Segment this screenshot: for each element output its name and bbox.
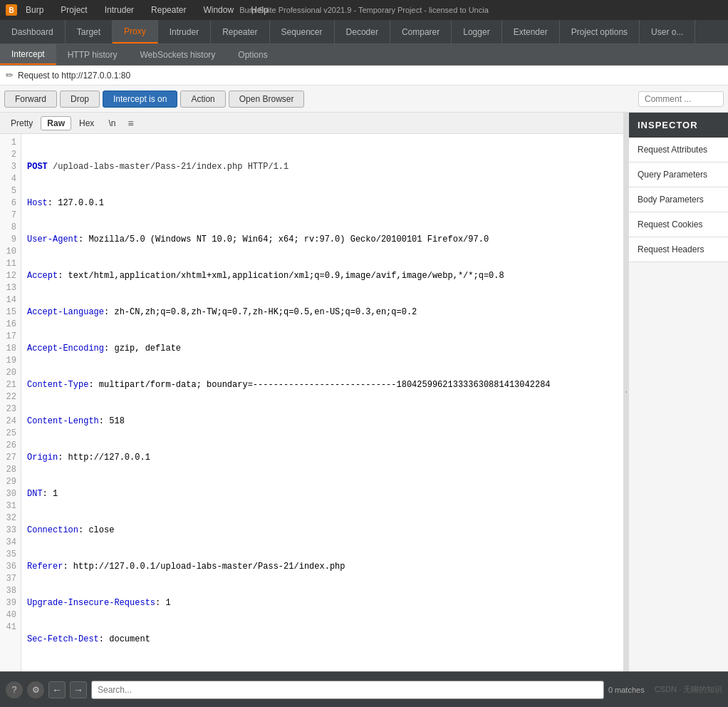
menu-intruder[interactable]: Intruder [102, 4, 137, 16]
toolbar: Forward Drop Intercept is on Action Open… [0, 86, 728, 113]
menu-window[interactable]: Window [200, 4, 236, 16]
title-bar: B Burp Project Intruder Repeater Window … [0, 0, 728, 20]
comment-input[interactable] [638, 91, 724, 107]
code-line-14: Sec-Fetch-Dest: document [27, 634, 618, 646]
format-pretty[interactable]: Pretty [4, 116, 39, 130]
format-more-icon[interactable]: ≡ [123, 116, 137, 130]
tab-repeater[interactable]: Repeater [211, 20, 269, 43]
main-tabs: Dashboard Target Proxy Intruder Repeater… [0, 20, 728, 44]
code-line-5: Accept-Language: zh-CN,zh;q=0.8,zh-TW;q=… [27, 306, 618, 319]
code-line-2: Host: 127.0.0.1 [27, 197, 618, 210]
code-line-13: Upgrade-Insecure-Requests: 1 [27, 597, 618, 609]
code-line-6: Accept-Encoding: gzip, deflate [27, 343, 618, 355]
inspector-panel: INSPECTOR Request Attributes Query Param… [628, 113, 728, 671]
pencil-icon: ✏ [6, 70, 14, 81]
search-input[interactable] [91, 681, 604, 699]
tab-sequencer[interactable]: Sequencer [270, 20, 335, 43]
drop-button[interactable]: Drop [60, 91, 100, 108]
window-title: Burp Suite Professional v2021.9 - Tempor… [239, 6, 489, 14]
tab-dashboard[interactable]: Dashboard [0, 20, 66, 43]
code-line-15: Sec-Fetch-Mode: navigate [27, 670, 618, 671]
tab-user-options[interactable]: User o... [640, 20, 695, 43]
inspector-body-parameters[interactable]: Body Parameters [629, 187, 728, 212]
help-icon-button[interactable]: ? [6, 681, 23, 698]
forward-nav-button[interactable]: → [70, 681, 87, 698]
code-line-9: Origin: http://127.0.0.1 [27, 452, 618, 464]
inspector-request-cookies[interactable]: Request Cookies [629, 212, 728, 237]
settings-icon-button[interactable]: ⚙ [27, 681, 44, 698]
subtab-intercept[interactable]: Intercept [0, 44, 56, 65]
tab-project-options[interactable]: Project options [560, 20, 640, 43]
action-button[interactable]: Action [180, 91, 225, 108]
inspector-request-attributes[interactable]: Request Attributes [629, 138, 728, 162]
tab-target[interactable]: Target [66, 20, 113, 43]
content-area: Pretty Raw Hex \n ≡ 1 2 3 4 5 6 7 8 9 10 [0, 113, 728, 671]
app-icon: B [6, 4, 17, 16]
open-browser-button[interactable]: Open Browser [229, 91, 305, 108]
tab-logger[interactable]: Logger [452, 20, 501, 43]
bottom-bar: ? ⚙ ← → 0 matches CSDN · 无聊的知识 [0, 671, 728, 707]
back-button[interactable]: ← [48, 681, 66, 698]
subtab-http-history[interactable]: HTTP history [56, 44, 129, 65]
match-count: 0 matches [608, 686, 645, 694]
request-url-bar: ✏ Request to http://127.0.0.1:80 [0, 66, 728, 86]
code-line-11: Connection: close [27, 525, 618, 537]
inspector-query-parameters[interactable]: Query Parameters [629, 162, 728, 187]
code-line-10: DNT: 1 [27, 488, 618, 500]
watermark-text: CSDN · 无聊的知识 [655, 684, 722, 695]
menu-burp[interactable]: Burp [23, 4, 46, 16]
menu-items[interactable]: Burp Project Intruder Repeater Window He… [23, 4, 271, 16]
format-raw[interactable]: Raw [41, 116, 71, 130]
format-toolbar: Pretty Raw Hex \n ≡ [0, 113, 623, 134]
subtab-options[interactable]: Options [227, 44, 279, 65]
code-text[interactable]: POST /upload-labs-master/Pass-21/index.p… [21, 134, 623, 671]
code-editor[interactable]: 1 2 3 4 5 6 7 8 9 10 11 12 13 14 15 16 1 [0, 134, 623, 671]
format-newline[interactable]: \n [102, 116, 122, 130]
request-url: Request to http://127.0.0.1:80 [18, 71, 130, 81]
intercept-toggle-button[interactable]: Intercept is on [103, 91, 177, 108]
subtab-websockets-history[interactable]: WebSockets history [129, 44, 227, 65]
code-line-8: Content-Length: 518 [27, 416, 618, 428]
forward-button[interactable]: Forward [4, 91, 57, 108]
sub-tabs: Intercept HTTP history WebSockets histor… [0, 44, 728, 66]
inspector-request-headers[interactable]: Request Headers [629, 237, 728, 262]
tab-decoder[interactable]: Decoder [335, 20, 390, 43]
menu-project[interactable]: Project [58, 4, 90, 16]
inspector-title: INSPECTOR [629, 113, 728, 138]
code-line-3: User-Agent: Mozilla/5.0 (Windows NT 10.0… [27, 234, 618, 246]
menu-repeater[interactable]: Repeater [148, 4, 189, 16]
tab-comparer[interactable]: Comparer [390, 20, 452, 43]
editor-panel: Pretty Raw Hex \n ≡ 1 2 3 4 5 6 7 8 9 10 [0, 113, 624, 671]
tab-extender[interactable]: Extender [502, 20, 560, 43]
code-line-12: Referer: http://127.0.0.1/upload-labs-ma… [27, 561, 618, 573]
format-hex[interactable]: Hex [73, 116, 100, 130]
line-numbers: 1 2 3 4 5 6 7 8 9 10 11 12 13 14 15 16 1 [0, 134, 21, 671]
code-line-1: POST /upload-labs-master/Pass-21/index.p… [27, 161, 618, 173]
code-line-4: Accept: text/html,application/xhtml+xml,… [27, 270, 618, 282]
tab-proxy[interactable]: Proxy [113, 20, 158, 43]
code-content: 1 2 3 4 5 6 7 8 9 10 11 12 13 14 15 16 1 [0, 134, 623, 671]
code-line-7: Content-Type: multipart/form-data; bound… [27, 379, 618, 391]
tab-intruder[interactable]: Intruder [158, 20, 211, 43]
